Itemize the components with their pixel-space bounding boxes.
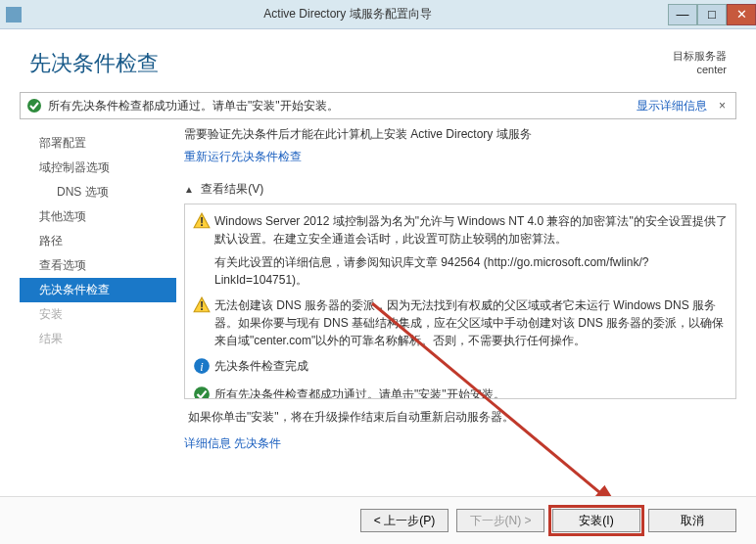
- svg-text:!: !: [200, 215, 204, 229]
- sidebar-item-install: 安装: [20, 302, 176, 327]
- main-content: 需要验证先决条件后才能在此计算机上安装 Active Directory 域服务…: [176, 125, 736, 452]
- result-entry: ! Windows Server 2012 域控制器为名为"允许与 Window…: [193, 212, 728, 289]
- target-value: center: [673, 63, 727, 76]
- warning-icon: !: [193, 212, 211, 230]
- success-icon: [193, 385, 211, 399]
- entry-text: 无法创建该 DNS 服务器的委派，因为无法找到有权威的父区域或者它未运行 Win…: [211, 296, 728, 349]
- info-icon: i: [193, 357, 211, 375]
- status-message: 所有先决条件检查都成功通过。请单击"安装"开始安装。: [48, 98, 637, 114]
- result-entry: i 先决条件检查完成: [193, 357, 728, 378]
- minimize-button[interactable]: —: [668, 4, 697, 25]
- install-button[interactable]: 安装(I): [552, 509, 640, 532]
- restart-text: 如果你单击"安装"，将在升级操作结束后自动重新启动服务器。: [184, 409, 514, 426]
- window-title: Active Directory 域服务配置向导: [27, 6, 668, 23]
- status-bar: 所有先决条件检查都成功通过。请单击"安装"开始安装。 显示详细信息 ×: [20, 92, 736, 119]
- prev-button[interactable]: < 上一步(P): [360, 509, 449, 532]
- results-label: 查看结果(V): [201, 182, 263, 196]
- result-entry: ! 无法创建该 DNS 服务器的委派，因为无法找到有权威的父区域或者它未运行 W…: [193, 296, 728, 349]
- page-title: 先决条件检查: [29, 49, 673, 78]
- sidebar-item-path[interactable]: 路径: [20, 229, 176, 253]
- sidebar-item-deploy[interactable]: 部署配置: [20, 131, 176, 156]
- svg-point-0: [27, 99, 41, 113]
- success-icon: [26, 98, 42, 113]
- restart-note: ! 如果你单击"安装"，将在升级操作结束后自动重新启动服务器。: [184, 409, 736, 426]
- results-header[interactable]: ▲ 查看结果(V): [184, 181, 736, 198]
- target-server-box: 目标服务器 center: [673, 49, 727, 77]
- rerun-check-link[interactable]: 重新运行先决条件检查: [184, 149, 302, 165]
- results-box[interactable]: ! Windows Server 2012 域控制器为名为"允许与 Window…: [184, 204, 736, 399]
- more-info-link[interactable]: 详细信息 先决条件: [184, 435, 281, 452]
- svg-text:i: i: [200, 360, 204, 374]
- cancel-button[interactable]: 取消: [648, 509, 736, 532]
- close-button[interactable]: ✕: [727, 4, 756, 25]
- warning-icon: !: [193, 296, 211, 314]
- sidebar-item-review[interactable]: 查看选项: [20, 253, 176, 278]
- sidebar-item-results: 结果: [20, 327, 176, 351]
- sidebar-item-dc-options[interactable]: 域控制器选项: [20, 156, 176, 180]
- intro-text: 需要验证先决条件后才能在此计算机上安装 Active Directory 域服务: [184, 125, 736, 143]
- sidebar-item-other[interactable]: 其他选项: [20, 204, 176, 229]
- show-details-link[interactable]: 显示详细信息: [637, 98, 707, 114]
- result-entry: 所有先决条件检查都成功通过。请单击"安装"开始安装。: [193, 385, 728, 399]
- sidebar-item-dns[interactable]: DNS 选项: [20, 180, 176, 204]
- sidebar: 部署配置 域控制器选项 DNS 选项 其他选项 路径 查看选项 先决条件检查 安…: [20, 125, 176, 452]
- next-button: 下一步(N) >: [456, 509, 544, 532]
- header: 先决条件检查 目标服务器 center: [0, 29, 756, 92]
- dismiss-status-button[interactable]: ×: [715, 99, 730, 113]
- entry-text: Windows Server 2012 域控制器为名为"允许与 Windows …: [214, 212, 728, 248]
- target-label: 目标服务器: [673, 49, 727, 63]
- title-bar: Active Directory 域服务配置向导 — □ ✕: [0, 0, 756, 29]
- entry-subtext: 有关此设置的详细信息，请参阅知识库文章 942564 (http://go.mi…: [214, 253, 728, 289]
- chevron-down-icon: ▲: [184, 184, 194, 195]
- svg-text:!: !: [200, 299, 204, 313]
- app-icon: [6, 7, 22, 23]
- footer: < 上一步(P) 下一步(N) > 安装(I) 取消: [0, 496, 756, 544]
- entry-text: 所有先决条件检查都成功通过。请单击"安装"开始安装。: [211, 385, 728, 399]
- maximize-button[interactable]: □: [697, 4, 727, 25]
- sidebar-item-prereq[interactable]: 先决条件检查: [20, 278, 176, 302]
- entry-text: 先决条件检查完成: [211, 357, 728, 378]
